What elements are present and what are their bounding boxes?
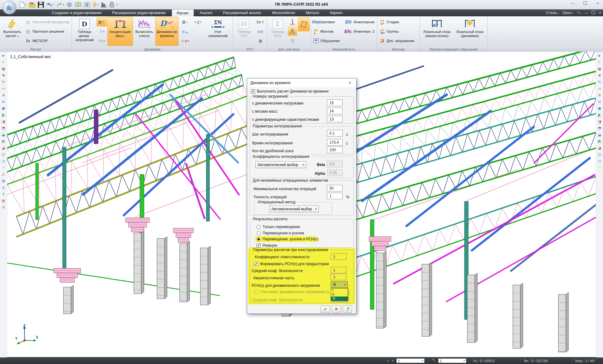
element-info-button[interactable]: ℹ [1,191,6,197]
polyfilter-button[interactable]: ▧ [1,198,6,203]
ribbon-restore-button[interactable] [592,11,595,15]
mass-press-button[interactable]: ⇩ ▾ [96,27,107,36]
radio-displacements-forces[interactable] [257,231,261,235]
radio-displacements-forces-rsn[interactable] [257,237,261,241]
redo-dropdown-arrow[interactable]: ▾ [63,3,64,6]
rsu-table-button[interactable]: Σ1 Таблица РСУ [234,17,254,46]
loadcase-combobox[interactable]: 1.▾ [396,358,425,363]
dialog-help-button[interactable]: ? [343,306,352,313]
stress-account-button[interactable]: ΣN Учет напряжений [204,17,232,46]
compute-spectrum-button[interactable]: t Вычислить спектр [133,17,155,46]
tab-creation-editing[interactable]: Создание и редактирование [47,9,106,16]
snapshot-button[interactable] [84,1,90,8]
tab-steel[interactable]: Металл [301,9,324,16]
coeffs-mode-combobox[interactable]: Автоматический выбор▾ [255,161,306,168]
mass-weights-field[interactable]: 14 [327,108,343,114]
variant-combobox[interactable]: 1.▾ [438,358,466,363]
rsn-option-1[interactable]: I [331,288,348,292]
dynamic-displacement-button[interactable]: D ↓ [179,17,191,27]
fit-view-button[interactable]: ▣ [1,105,6,111]
n-force-button[interactable]: N [288,36,297,46]
projection-xoz-button[interactable]: ⊕ [597,92,602,98]
axes-toggle-button[interactable]: ◳ [597,158,602,164]
radio-displacements-only[interactable] [257,225,261,229]
undo-dropdown-arrow[interactable]: ▾ [53,3,54,6]
local-failure-quasistatic-button[interactable]: kd Локальный отказ (квазистатика) [421,17,453,46]
rotate-ccw-button[interactable]: ⬒ [597,125,602,131]
run-dropdown-arrow[interactable]: ▾ [97,3,99,6]
dynamic-loads-field[interactable]: 15 [327,99,343,106]
select-cursor-button[interactable]: ► [1,53,6,58]
damping-field[interactable]: 13 [327,116,343,122]
rsn-table-button[interactable]: Σ Таблица РСН [268,17,287,46]
right-view-button[interactable]: ◪ [1,145,6,151]
pile-stiffness-button[interactable] [288,17,297,27]
pan-view-button[interactable]: ✥ [1,72,6,78]
alpha-damping-button[interactable]: ∿ α ▾ [179,36,191,46]
perspective-view-button[interactable]: ◔ [1,165,6,170]
save-view-button[interactable]: ◩ [597,138,602,144]
min-iterations-field[interactable]: 50 [327,185,343,191]
render-mode-button[interactable]: ▤ [1,178,6,184]
step-divisions-field[interactable]: 100 [327,147,343,153]
projection-yoz-button[interactable]: ⊖ [597,99,602,104]
back-view-button[interactable]: ◨ [1,119,6,124]
bottom-view-button[interactable]: ⬓ [1,132,6,137]
grid-toggle-button[interactable]: ◰ [597,152,602,157]
show-elements-button[interactable]: ✥ [597,72,602,78]
tab-calculation[interactable]: Расчет [172,9,194,16]
quasi-permanent-field[interactable]: 1 [331,274,346,280]
rsn-dynamic-load-combobox[interactable]: III▾ [331,281,348,288]
lock-button[interactable] [109,1,114,8]
new-document-button[interactable]: ▾ [19,1,26,8]
invert-selection-button[interactable]: ⬓ [597,132,602,137]
tab-advanced-analysis[interactable]: Расширенный анализ [218,9,266,16]
footing-calc-button[interactable] [288,27,297,36]
run-dynamics-checkbox[interactable]: ✓ [251,89,255,94]
tab-analysis[interactable]: Анализ [195,9,217,16]
close-fragment-button[interactable]: ► [597,53,602,58]
dimetry-view-button[interactable]: ◳ [1,158,6,164]
window-close-button[interactable]: × [594,1,601,6]
eak-button[interactable]: e ak [179,27,191,36]
show-supports-button[interactable]: ▭ [597,86,602,91]
edit-dynamic-load-button[interactable]: D ↧ [96,17,107,27]
dialog-cancel-button[interactable]: × [332,306,341,313]
integration-time-field[interactable]: 173.4 [327,139,343,146]
ribbon-close-button[interactable]: × [599,11,601,15]
rotate-view-button[interactable]: ↻ [1,79,6,85]
new-dropdown-arrow[interactable]: ▾ [25,3,26,6]
groups-button[interactable]: Группы [378,27,418,36]
projection-xoy-button[interactable]: ▣ [597,105,602,111]
zoom-window-button[interactable]: ▭ [1,86,6,91]
tab-reinforced-concrete[interactable]: Железобетон [267,9,300,16]
measure-tool-button[interactable]: ∡ [1,185,6,190]
montage-nonlinear-button[interactable]: Монтаж [312,27,343,36]
fragment-view-button[interactable]: ▦ [1,66,6,72]
solution-protocol-button[interactable]: ▤ Протокол решения [24,27,71,36]
tab-masonry[interactable]: Кирпич [325,9,347,16]
app-logo[interactable] [3,1,16,14]
rsu-compute-button[interactable]: Σσ [255,17,266,27]
top-view-button[interactable]: ⬒ [1,125,6,131]
run-calculation-button[interactable]: ▾ [92,1,99,8]
book-button[interactable] [75,1,82,8]
show-nodes-button[interactable]: ▦ [597,66,602,72]
engineering-nonlinearity-button[interactable]: EN Инженерная [343,18,376,26]
style-menu[interactable]: Стиль▾ [546,11,559,15]
show-loads-button[interactable]: ↻ [597,79,602,85]
isometry-button[interactable]: ◧ [597,112,602,118]
help-menu[interactable]: ?▾ [577,11,581,15]
model-cube-button[interactable] [66,1,73,8]
fvk-button[interactable]: fvk ▾ [96,36,107,46]
previous-fragment-button[interactable]: ⚐ [597,59,602,65]
run-calculation-big-button[interactable]: Выполнить расчет ▾ [1,17,23,46]
ribbon-minimize-button[interactable]: — [585,11,588,15]
integration-step-field[interactable]: 0.1 [327,130,343,136]
form-rsn-checkbox[interactable]: ✓ [254,262,258,266]
dynamic-loads-table-button[interactable]: D Таблица динам. загружений [73,17,96,46]
loadcase-down-button[interactable]: ▼ [391,359,394,362]
open-file-button[interactable] [29,1,35,8]
dialog-ok-button[interactable]: ✓ [321,306,330,313]
local-failure-dynamic-button[interactable]: Локальный отказ (динамика) [454,17,486,46]
